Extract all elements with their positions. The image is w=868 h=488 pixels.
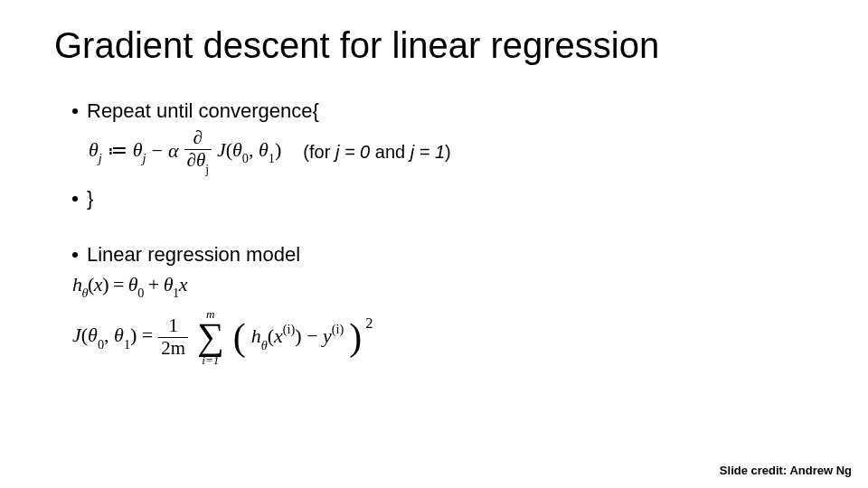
slide-body: Repeat until convergence{ θj ≔ θj − α ∂ …: [72, 99, 814, 371]
cost-line: J(θ0, θ1) = 1 2m m ∑ i=1 ( hθ(x(i)) − y(…: [72, 308, 814, 366]
J-symbol: J: [217, 138, 226, 161]
J-t1: θ: [259, 138, 269, 161]
frac2-den: 2m: [158, 339, 188, 359]
J2-closeeq: ) =: [130, 324, 153, 346]
cost-h: h: [251, 324, 261, 347]
slide-credit: Slide credit: Andrew Ng: [720, 464, 852, 477]
h-sub: θ: [82, 286, 89, 300]
frac-den-d: ∂θ: [187, 149, 206, 171]
J-close: ): [275, 138, 281, 161]
J2-comma: ,: [104, 324, 114, 346]
for-and: and: [370, 142, 410, 162]
big-paren-open: (: [233, 323, 246, 352]
sigma-icon: ∑: [197, 320, 224, 354]
frac-den-sub: j: [205, 163, 209, 176]
hypothesis-line: hθ(x) = θ0 + θ1x: [72, 273, 814, 300]
cost-minus: −: [302, 324, 323, 347]
update-rule: θj ≔ θj − α ∂ ∂θj J(θ0, θ1) (for j = 0 a…: [89, 128, 814, 174]
bullet-linear-model: Linear regression model: [72, 243, 814, 267]
bullet-dot-icon: [72, 196, 78, 202]
h-t0: θ: [128, 273, 137, 296]
squared: 2: [365, 314, 373, 333]
bullet-repeat: Repeat until convergence{: [72, 99, 814, 123]
partial-fraction: ∂ ∂θj: [184, 128, 212, 174]
linear-model-text: Linear regression model: [87, 243, 300, 267]
hx-open: (: [88, 273, 94, 296]
h-t1s: 1: [173, 286, 179, 300]
cost-h-sub: θ: [261, 338, 268, 352]
cost-xi: (i): [283, 322, 296, 336]
J2-t0s: 0: [98, 337, 104, 352]
h-x2: x: [179, 273, 187, 296]
big-paren-close: ): [349, 323, 362, 352]
J2-t0: θ: [88, 324, 98, 346]
cost-yi: (i): [332, 322, 344, 336]
bullet-close-brace: }: [72, 187, 814, 211]
theta-lhs-sub: j: [99, 151, 102, 165]
theta-rhs: θ: [133, 138, 143, 161]
frac-num: ∂: [191, 128, 205, 148]
close-brace: }: [87, 187, 93, 211]
h-t1: θ: [164, 273, 173, 296]
J-t1s: 1: [269, 151, 275, 165]
hx-x: x: [94, 273, 102, 296]
J-t0: θ: [232, 138, 242, 161]
J-t0s: 0: [242, 151, 249, 165]
slide: Gradient descent for linear regression R…: [0, 0, 868, 488]
repeat-text: Repeat until convergence{: [87, 99, 319, 123]
h-sym: h: [72, 273, 82, 296]
cost-hx-close: ): [295, 324, 301, 347]
J2-sym: J: [72, 324, 81, 346]
frac2-num: 1: [165, 316, 180, 336]
alpha: α: [168, 139, 179, 163]
minus-op: −: [152, 139, 163, 163]
sum-bot: i=1: [202, 354, 219, 366]
summation: m ∑ i=1: [197, 308, 224, 366]
theta-lhs: θ: [89, 138, 99, 161]
slide-title: Gradient descent for linear regression: [54, 25, 659, 66]
J-comma: ,: [249, 138, 259, 161]
for-j0: j = 0: [335, 142, 370, 162]
cost-y: y: [323, 324, 332, 347]
bullet-dot-icon: [72, 108, 78, 114]
for-open: (for: [303, 142, 335, 162]
assign-op: ≔: [108, 139, 127, 163]
hx-closeeq: ) =: [102, 273, 128, 296]
for-note: (for j = 0 and j = 1): [303, 141, 450, 163]
J-open: (: [226, 138, 232, 161]
bullet-dot-icon: [72, 252, 78, 258]
h-plus: +: [144, 273, 164, 296]
J2-t1: θ: [114, 324, 124, 346]
J2-open: (: [81, 324, 88, 346]
cost-hx-open: (: [268, 324, 274, 347]
for-close: ): [445, 142, 451, 162]
one-over-2m: 1 2m: [158, 316, 188, 359]
J2-t1s: 1: [124, 337, 130, 352]
h-t0s: 0: [137, 286, 144, 300]
theta-rhs-sub: j: [143, 151, 146, 165]
for-j1: j = 1: [410, 142, 445, 162]
cost-x: x: [274, 324, 283, 347]
